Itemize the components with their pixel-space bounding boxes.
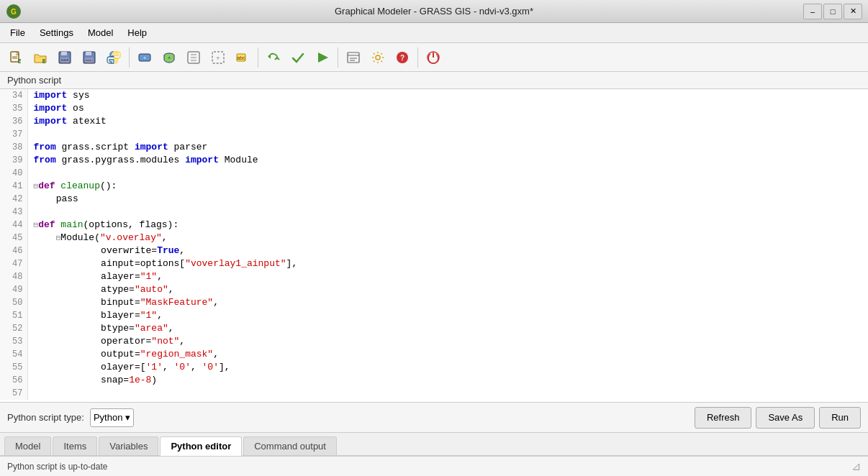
code-content[interactable]: binput="MaskFeature", [27, 296, 868, 309]
python-button[interactable] [102, 47, 125, 68]
code-content[interactable]: from grass.pygrass.modules import Module [27, 154, 868, 167]
code-content[interactable]: snap=1e-8) [27, 374, 868, 387]
line-number: 56 [0, 374, 27, 387]
table-row: 37 [0, 128, 868, 141]
line-number: 34 [0, 89, 27, 102]
refresh-button[interactable]: Refresh [695, 407, 752, 429]
code-content[interactable]: blayer="1", [27, 309, 868, 322]
exit-button[interactable] [422, 47, 445, 68]
line-number: 54 [0, 348, 27, 361]
script-type-dropdown[interactable]: Python ▾ [90, 408, 134, 427]
line-number: 35 [0, 102, 27, 115]
code-content[interactable]: overwrite=True, [27, 244, 868, 257]
add-action-button[interactable]: + [207, 47, 230, 68]
title-bar: G Graphical Modeler - GRASS GIS - ndvi-v… [0, 0, 868, 23]
code-content[interactable]: olayer=['1', '0', '0'], [27, 361, 868, 374]
code-content[interactable]: operator="not", [27, 335, 868, 348]
menu-file[interactable]: File [3, 25, 32, 40]
menu-settings[interactable]: Settings [32, 25, 81, 40]
help-button[interactable]: ? [391, 47, 414, 68]
code-content[interactable] [27, 128, 868, 141]
run-model-button[interactable] [311, 47, 334, 68]
window-controls: – □ ✕ [803, 4, 862, 19]
svg-text:+: + [19, 59, 22, 63]
open-file-button[interactable]: ↑ [29, 47, 52, 68]
table-row: 36import atexit [0, 115, 868, 128]
menu-model[interactable]: Model [81, 25, 120, 40]
code-content[interactable]: alayer="1", [27, 270, 868, 283]
code-content[interactable]: ⊟def cleanup(): [27, 180, 868, 193]
code-content[interactable] [27, 387, 868, 400]
tab-items[interactable]: Items [53, 436, 97, 455]
table-row: 55 olayer=['1', '0', '0'], [0, 361, 868, 374]
code-content[interactable]: ainput=options["voverlay1_ainput"], [27, 257, 868, 270]
svg-text:+: + [143, 55, 146, 60]
line-number: 52 [0, 322, 27, 335]
add-module-button[interactable]: + [133, 47, 156, 68]
settings-button[interactable] [366, 47, 389, 68]
code-content[interactable]: atype="auto", [27, 283, 868, 296]
line-number: 48 [0, 270, 27, 283]
svg-text:+: + [216, 55, 220, 62]
menu-help[interactable]: Help [120, 25, 154, 40]
table-row: 40 [0, 167, 868, 180]
code-content[interactable]: pass [27, 193, 868, 206]
code-content[interactable]: ⊟Module("v.overlay", [27, 232, 868, 244]
svg-marker-32 [318, 52, 328, 63]
save-as-file-button[interactable]: save+ [78, 47, 101, 68]
maximize-button[interactable]: □ [823, 4, 842, 19]
table-row: 35import os [0, 102, 868, 115]
svg-text:G: G [11, 8, 17, 16]
code-content[interactable]: btype="area", [27, 322, 868, 335]
code-content[interactable]: import os [27, 102, 868, 115]
svg-text:abc: abc [237, 55, 245, 60]
tab-python-editor[interactable]: Python editor [160, 436, 242, 456]
status-bar: Python script is up-to-date ⊿ [0, 456, 868, 476]
run-button[interactable]: Run [819, 407, 861, 429]
code-content[interactable]: ⊟def main(options, flags): [27, 219, 868, 232]
code-content[interactable]: import sys [27, 89, 868, 102]
chevron-down-icon: ▾ [125, 412, 130, 423]
script-section-label: Python script [0, 72, 868, 89]
add-label-button[interactable]: abc [231, 47, 254, 68]
undo-button[interactable] [262, 47, 285, 68]
window-title: Graphical Modeler - GRASS GIS - ndvi-v3.… [0, 6, 868, 17]
minimize-button[interactable]: – [803, 4, 822, 19]
code-editor[interactable]: 34import sys35import os36import atexit37… [0, 89, 868, 403]
tab-model[interactable]: Model [4, 436, 51, 455]
svg-text:+: + [168, 55, 171, 60]
properties-button[interactable] [342, 47, 365, 68]
svg-text:↑: ↑ [44, 59, 46, 63]
code-content[interactable] [27, 167, 868, 180]
line-number: 49 [0, 283, 27, 296]
new-file-button[interactable]: + [4, 47, 27, 68]
svg-point-37 [376, 55, 380, 60]
code-content[interactable] [27, 206, 868, 219]
table-row: 41⊟def cleanup(): [0, 180, 868, 193]
table-row: 53 operator="not", [0, 335, 868, 348]
line-number: 44 [0, 219, 27, 232]
code-content[interactable]: output="region_mask", [27, 348, 868, 361]
line-number: 47 [0, 257, 27, 270]
line-number: 36 [0, 115, 27, 128]
table-row: 48 alayer="1", [0, 270, 868, 283]
tab-variables[interactable]: Variables [99, 436, 158, 455]
tab-command-output[interactable]: Command output [243, 436, 337, 455]
table-row: 49 atype="auto", [0, 283, 868, 296]
validate-button[interactable] [286, 47, 309, 68]
table-row: 47 ainput=options["voverlay1_ainput"], [0, 257, 868, 270]
resize-handle[interactable]: ⊿ [851, 459, 861, 473]
close-button[interactable]: ✕ [844, 4, 862, 19]
add-data-button[interactable]: + [158, 47, 181, 68]
line-number: 57 [0, 387, 27, 400]
save-as-button[interactable]: Save As [756, 407, 815, 429]
code-content[interactable]: from grass.script import parser [27, 141, 868, 154]
save-file-button[interactable]: save [53, 47, 76, 68]
table-row: 44⊟def main(options, flags): [0, 219, 868, 232]
line-number: 40 [0, 167, 27, 180]
table-row: 57 [0, 387, 868, 400]
code-content[interactable]: import atexit [27, 115, 868, 128]
manage-variables-button[interactable] [182, 47, 205, 68]
line-number: 46 [0, 244, 27, 257]
toolbar: + ↑ save save+ + + + abc [0, 43, 868, 72]
